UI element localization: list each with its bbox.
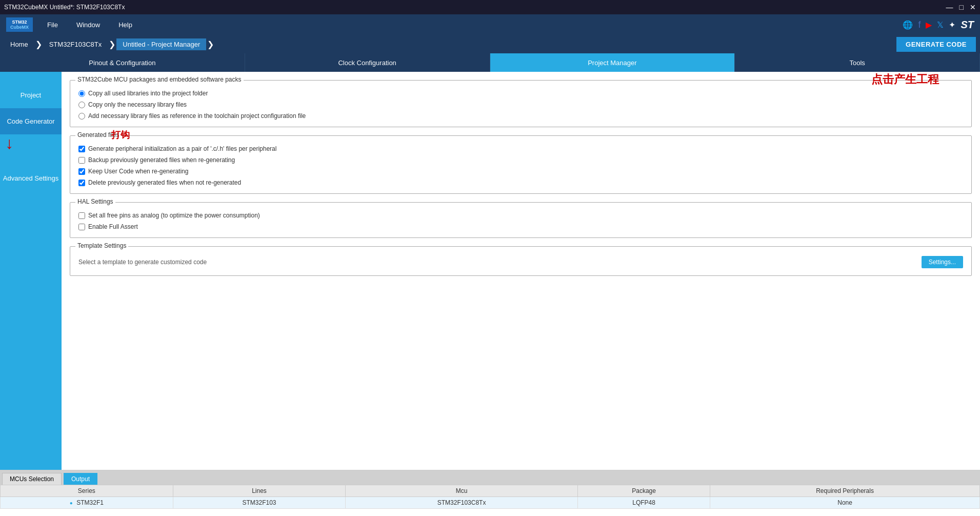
template-placeholder: Select a template to generate customized… (78, 259, 207, 266)
title-bar-text: STM32CubeMX Untitled*: STM32F103C8Tx (4, 4, 125, 11)
menu-file[interactable]: File (39, 18, 66, 32)
check-backup-input[interactable] (78, 157, 85, 164)
tab-project-manager[interactable]: Project Manager (490, 53, 735, 72)
th-lines: Lines (173, 485, 346, 497)
radio-copy-all[interactable]: Copy all used libraries into the project… (78, 90, 963, 97)
hal-check-group: Set all free pins as analog (to optimize… (78, 212, 963, 230)
bottom-panel: MCUs Selection Output Series Lines Mcu P… (0, 470, 980, 516)
td-series: ● STM32F1 (1, 497, 173, 509)
breadcrumb-sep-3: ❯ (207, 39, 214, 49)
tab-pinout[interactable]: Pinout & Configuration (0, 53, 245, 72)
check-keep-user-code[interactable]: Keep User Code when re-generating (78, 168, 963, 175)
breadcrumb-sep-1: ❯ (35, 39, 42, 49)
facebook-icon[interactable]: f (918, 19, 921, 30)
youtube-icon[interactable]: ▶ (926, 20, 932, 30)
bottom-tab-mcus[interactable]: MCUs Selection (2, 473, 62, 485)
bottom-tabs: MCUs Selection Output (0, 470, 980, 485)
generate-code-button[interactable]: GENERATE CODE (896, 37, 976, 52)
menu-window[interactable]: Window (68, 18, 108, 32)
breadcrumb-home[interactable]: Home (4, 38, 34, 50)
bottom-tab-output[interactable]: Output (64, 473, 97, 485)
table-header-row: Series Lines Mcu Package Required Periph… (1, 485, 980, 497)
td-mcu: STM32F103C8Tx (346, 497, 578, 509)
row-indicator: ● (70, 500, 73, 506)
td-peripherals: None (710, 497, 980, 509)
generated-files-section: Generated files 打钩 Generate peripheral i… (70, 135, 972, 194)
check-generate-peripheral[interactable]: Generate peripheral initialization as a … (78, 145, 963, 152)
check-delete-generated[interactable]: Delete previously generated files when n… (78, 179, 963, 186)
radio-add-reference-input[interactable] (78, 113, 85, 120)
table-area: Series Lines Mcu Package Required Periph… (0, 485, 980, 516)
td-lines: STM32F103 (173, 497, 346, 509)
st-logo[interactable]: ST (961, 19, 974, 31)
main-area: Project Code Generator ↑ Advanced Settin… (0, 72, 980, 470)
th-series: Series (1, 485, 173, 497)
breadcrumb: Home ❯ STM32F103C8Tx ❯ Untitled - Projec… (4, 38, 215, 50)
menu-bar-right: 🌐 f ▶ 𝕏 ✦ ST (903, 19, 974, 31)
tab-bar: Pinout & Configuration Clock Configurati… (0, 53, 980, 72)
radio-copy-necessary-input[interactable] (78, 102, 85, 108)
network-icon[interactable]: ✦ (949, 20, 955, 30)
radio-copy-all-input[interactable] (78, 90, 85, 97)
check-keep-user-code-input[interactable] (78, 168, 85, 175)
mcu-table: Series Lines Mcu Package Required Periph… (0, 485, 980, 509)
th-peripherals: Required Peripherals (710, 485, 980, 497)
title-bar-left: STM32CubeMX Untitled*: STM32F103C8Tx (4, 4, 125, 11)
generated-files-title: Generated files (75, 131, 121, 138)
content-panel: STM32Cube MCU packages and embedded soft… (62, 72, 980, 470)
breadcrumb-project[interactable]: Untitled - Project Manager (116, 38, 206, 50)
table-row[interactable]: ● STM32F1 STM32F103 STM32F103C8Tx LQFP48… (1, 497, 980, 509)
close-button[interactable]: ✕ (970, 3, 976, 11)
annotation-generate-arrow: ↑ (897, 72, 913, 72)
sidebar-item-code-generator[interactable]: Code Generator ↑ (0, 108, 62, 134)
check-free-pins-input[interactable] (78, 212, 85, 219)
td-package: LQFP48 (577, 497, 710, 509)
template-row: Select a template to generate customized… (78, 256, 963, 268)
tab-tools[interactable]: Tools (735, 53, 980, 72)
sidebar: Project Code Generator ↑ Advanced Settin… (0, 72, 62, 470)
breadcrumb-chip[interactable]: STM32F103C8Tx (43, 38, 108, 50)
sidebar-item-advanced-settings[interactable]: Advanced Settings (0, 165, 62, 191)
th-package: Package (577, 485, 710, 497)
minimize-button[interactable]: — (946, 3, 953, 11)
logo-top: STM32 (12, 19, 27, 25)
template-settings-title: Template Settings (75, 242, 128, 249)
check-backup[interactable]: Backup previously generated files when r… (78, 156, 963, 164)
generated-files-check-group: Generate peripheral initialization as a … (78, 145, 963, 186)
twitter-icon[interactable]: 𝕏 (937, 20, 944, 30)
title-bar-controls: — □ ✕ (946, 3, 976, 11)
th-mcu: Mcu (346, 485, 578, 497)
title-bar: STM32CubeMX Untitled*: STM32F103C8Tx — □… (0, 0, 980, 14)
menu-bar-left: STM32 CubeMX File Window Help (6, 17, 141, 32)
breadcrumb-bar: Home ❯ STM32F103C8Tx ❯ Untitled - Projec… (0, 35, 980, 53)
menu-help[interactable]: Help (110, 18, 141, 32)
sidebar-item-project[interactable]: Project (0, 82, 62, 108)
hal-settings-title: HAL Settings (75, 198, 115, 205)
check-full-assert-input[interactable] (78, 224, 85, 230)
logo[interactable]: STM32 CubeMX (6, 17, 33, 32)
tab-clock[interactable]: Clock Configuration (245, 53, 490, 72)
check-full-assert[interactable]: Enable Full Assert (78, 223, 963, 230)
maximize-button[interactable]: □ (959, 3, 964, 11)
hal-settings-section: HAL Settings Set all free pins as analog… (70, 202, 972, 238)
globe-icon[interactable]: 🌐 (903, 20, 913, 30)
settings-button[interactable]: Settings... (922, 256, 963, 268)
radio-copy-necessary[interactable]: Copy only the necessary library files (78, 101, 963, 108)
check-free-pins[interactable]: Set all free pins as analog (to optimize… (78, 212, 963, 219)
mcu-packages-section: STM32Cube MCU packages and embedded soft… (70, 80, 972, 127)
menu-bar: STM32 CubeMX File Window Help 🌐 f ▶ 𝕏 ✦ … (0, 14, 980, 35)
radio-add-reference[interactable]: Add necessary library files as reference… (78, 112, 963, 120)
annotation-arrow: ↑ (5, 136, 13, 155)
mcu-packages-title: STM32Cube MCU packages and embedded soft… (75, 76, 244, 83)
check-generate-peripheral-input[interactable] (78, 146, 85, 152)
check-delete-generated-input[interactable] (78, 180, 85, 186)
breadcrumb-sep-2: ❯ (109, 39, 115, 49)
template-settings-section: Template Settings Select a template to g… (70, 246, 972, 276)
mcu-radio-group: Copy all used libraries into the project… (78, 90, 963, 120)
logo-bottom: CubeMX (10, 25, 29, 30)
